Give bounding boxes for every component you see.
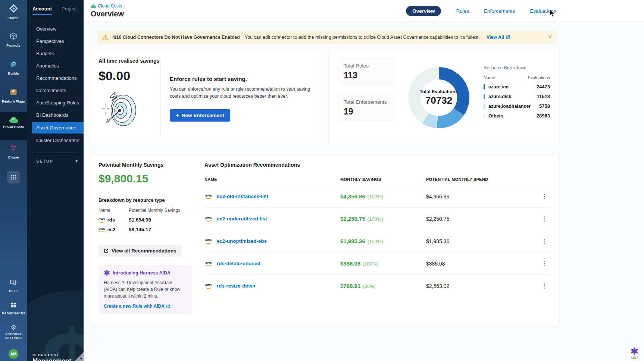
account-settings-button[interactable]: ⚙ ACCOUNT SETTINGS: [2, 324, 25, 340]
breadcrumb-cloud-costs-link[interactable]: Cloud Costs: [98, 3, 122, 9]
rail-item-feature-flags[interactable]: Feature Flags: [0, 84, 27, 112]
rail-item-projects[interactable]: Projects: [0, 28, 27, 56]
sidebar-item-recommendations[interactable]: Recommendations: [27, 72, 84, 84]
cta-title: Enforce rules to start saving.: [170, 76, 312, 82]
summary-row: All time realised savings $0.00: [90, 50, 644, 145]
row-menu-kebab-icon[interactable]: [541, 282, 547, 290]
sidebar-item-anomalies[interactable]: Anomalies: [27, 60, 84, 72]
realised-savings-card: All time realised savings $0.00: [90, 50, 321, 145]
governance-warning-banner: 4/10 Cloud Connectors Do Not Have Govern…: [97, 31, 557, 44]
rail-item-builds[interactable]: Builds: [0, 56, 27, 84]
view-all-recommendations-button[interactable]: View all Recommendations: [99, 245, 182, 257]
rail-item-home[interactable]: Home: [0, 0, 27, 28]
recommendation-link[interactable]: ec2-underutilized-list: [217, 216, 267, 222]
evaluations-donut[interactable]: Total Evaluations 70732: [408, 67, 469, 128]
dashboards-button[interactable]: DASHBOARDS: [2, 302, 25, 316]
legend-row: azure.disk 11518: [484, 94, 550, 99]
sidebar-item-commitments[interactable]: Commitments: [27, 84, 84, 97]
aida-fab-button[interactable]: AIDA: [631, 347, 638, 360]
tab-account[interactable]: Account: [32, 6, 52, 15]
sidebar-item-autostopping-rules[interactable]: AutoStopping Rules: [27, 97, 84, 109]
aida-description: Harness AI Development Assistant (AIDA) …: [104, 279, 187, 299]
recommendation-link[interactable]: ec2-unoptimized-ebs: [217, 238, 267, 244]
cloud-icon: [91, 4, 96, 8]
stat-label: Total Enforcements: [344, 99, 389, 105]
plus-icon: +: [176, 112, 179, 119]
recommendation-link[interactable]: ec2-old-instances-list: [217, 194, 268, 199]
table-row: aws ec2-unoptimized-ebs $1,985.36(100%) …: [204, 230, 551, 252]
legend-chip: [484, 94, 485, 99]
total-enforcements-stat: Total Enforcements 19: [338, 95, 395, 121]
settings-gear-icon: ⚙: [10, 324, 16, 331]
page-tabs: Overview Rules Enforcements Evaluations: [406, 6, 556, 16]
sidebar-item-cluster-orchestrator[interactable]: Cluster Orchestrator: [27, 134, 84, 147]
feature-flags-icon: [9, 88, 18, 98]
view-all-link[interactable]: View All: [487, 35, 510, 40]
tab-evaluations[interactable]: Evaluations: [530, 8, 556, 14]
rail-item-label: Chaos: [8, 156, 19, 159]
sidebar-item-budgets[interactable]: Budgets: [27, 47, 84, 60]
row-menu-kebab-icon[interactable]: [541, 237, 547, 245]
legend-title: Resource Breakdown: [484, 65, 550, 70]
legend-row: azure.vm 24473: [484, 84, 550, 90]
tab-enforcements[interactable]: Enforcements: [484, 8, 515, 14]
module-picker-grid-icon[interactable]: [7, 171, 20, 183]
new-enforcement-button[interactable]: + New Enforcement: [170, 109, 230, 122]
rail-item-label: Home: [9, 16, 18, 20]
builds-icon: [9, 60, 18, 70]
legend-headers: Name Evaluations: [484, 75, 550, 80]
sidebar-scope-tabs: Account Project: [27, 0, 84, 15]
brand-line-1: CLOUD COST: [32, 353, 71, 357]
help-question-glyph: ?: [12, 280, 14, 283]
rail-item-label: Builds: [8, 72, 19, 75]
sidebar-item-overview[interactable]: Overview: [27, 23, 84, 35]
stat-boxes: Total Rules 113 Total Enforcements 19: [338, 59, 395, 136]
aida-flower-icon: [104, 270, 110, 276]
projects-cube-icon: [9, 32, 18, 42]
brand-line-2: Management: [32, 357, 71, 361]
sidebar-brand: CLOUD COST Management: [32, 353, 71, 361]
tab-overview[interactable]: Overview: [406, 6, 441, 16]
tab-project[interactable]: Project: [62, 6, 76, 15]
sidebar: Account Project Overview Perspectives Bu…: [27, 0, 84, 361]
rail-item-label: DASHBOARDS: [2, 311, 25, 316]
tab-rules[interactable]: Rules: [456, 8, 469, 14]
close-icon[interactable]: ×: [548, 34, 552, 40]
setup-label: SETUP: [36, 159, 53, 163]
aws-icon: aws: [205, 283, 212, 289]
governance-stats-card: Total Rules 113 Total Enforcements 19 To…: [329, 50, 559, 145]
aws-icon: aws: [205, 239, 212, 244]
rail-item-cloud-costs[interactable]: $ Cloud Costs: [0, 112, 27, 140]
sidebar-item-asset-governance[interactable]: Asset Governance: [32, 122, 84, 134]
sidebar-item-perspectives[interactable]: Perspectives: [27, 35, 84, 47]
sidebar-setup-toggle[interactable]: SETUP ▾: [36, 158, 78, 164]
donut-center-value: 70732: [425, 95, 452, 106]
sidebar-item-bi-dashboards[interactable]: BI Dashboards: [27, 109, 84, 121]
stat-value: 113: [344, 70, 389, 81]
user-avatar[interactable]: AM: [9, 349, 18, 359]
breakdown-row: aws ec2 $8,145.17: [99, 227, 193, 232]
legend-chip: [484, 84, 485, 90]
aida-fab-label: AIDA: [631, 356, 638, 360]
recommendation-link[interactable]: rds-delete-unused: [217, 261, 260, 266]
external-link-icon: [104, 248, 109, 253]
collapse-arrow-icon[interactable]: ◄: [79, 357, 82, 360]
breadcrumb-separator: ›: [124, 3, 125, 9]
aida-promo-panel: Introducing Harness AIDA Harness AI Deve…: [99, 265, 192, 314]
rail-item-label: HELP: [2, 289, 25, 293]
recommendation-link[interactable]: rds-resize-down: [217, 283, 256, 289]
help-button[interactable]: ? HELP: [2, 279, 25, 293]
table-row: aws rds-resize-down $768.91(30%) $2,563.…: [204, 274, 551, 297]
main-content: Cloud Costs › Overview Overview Rules En…: [84, 0, 644, 361]
resource-breakdown-legend: Resource Breakdown Name Evaluations azur…: [484, 59, 550, 136]
external-link-icon: [506, 35, 510, 40]
external-link-icon: [166, 304, 170, 308]
sidebar-divider: [32, 153, 78, 153]
realised-savings-amount: $0.00: [99, 69, 160, 83]
create-rule-with-aida-link[interactable]: Create a new Rule with AIDA: [104, 304, 170, 309]
rail-item-chaos[interactable]: Chaos: [0, 140, 27, 168]
row-menu-kebab-icon[interactable]: [541, 192, 547, 201]
row-menu-kebab-icon[interactable]: [541, 260, 547, 268]
row-menu-kebab-icon[interactable]: [541, 215, 547, 223]
aida-title: Introducing Harness AIDA: [113, 270, 171, 276]
